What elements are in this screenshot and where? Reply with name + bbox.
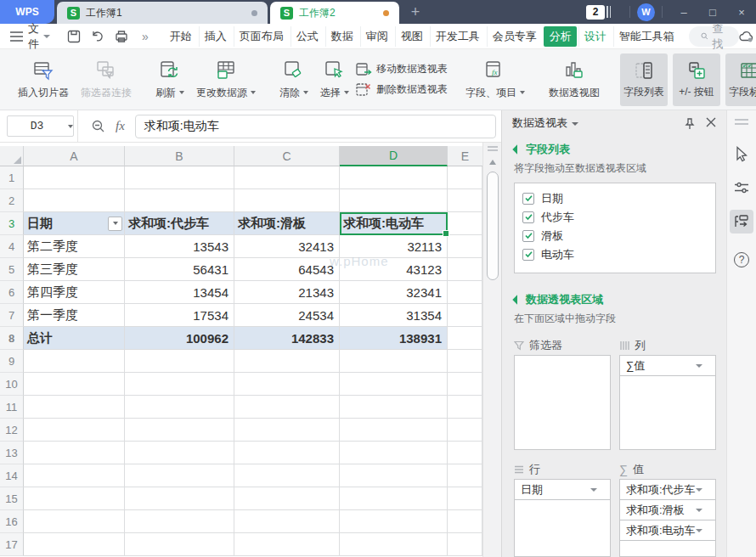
- change-data-source-button[interactable]: 更改数据源: [190, 58, 262, 102]
- rows-field-dropdown[interactable]: 日期: [514, 479, 611, 500]
- cell[interactable]: [125, 396, 234, 419]
- help-icon[interactable]: ?: [734, 252, 749, 267]
- pivot-chart-button[interactable]: 数据透视图: [543, 58, 606, 102]
- row-header[interactable]: 2: [0, 189, 24, 212]
- checkbox-checked-icon[interactable]: [522, 230, 534, 242]
- pivot-total-label[interactable]: 总计: [24, 327, 125, 350]
- cell[interactable]: [24, 396, 125, 419]
- cell[interactable]: [448, 350, 482, 373]
- areas-section-header[interactable]: 数据透视表区域: [502, 287, 726, 309]
- field-checkbox-row[interactable]: 电动车: [522, 245, 708, 264]
- filter-dropdown-button[interactable]: [108, 217, 122, 231]
- vertical-scrollbar[interactable]: [482, 143, 501, 557]
- checkbox-checked-icon[interactable]: [522, 211, 534, 223]
- cell[interactable]: [24, 533, 125, 556]
- cell[interactable]: [125, 442, 234, 464]
- menu-item-analyze[interactable]: 分析: [544, 26, 577, 47]
- search-input[interactable]: 查找: [689, 26, 739, 47]
- cell[interactable]: [24, 189, 125, 212]
- cell[interactable]: [24, 419, 125, 442]
- cell[interactable]: [340, 533, 448, 556]
- close-button[interactable]: ×: [727, 0, 756, 24]
- values-field-dropdown[interactable]: 求和项:电动车: [619, 520, 716, 541]
- cell[interactable]: [125, 350, 234, 373]
- user-avatar[interactable]: W: [637, 3, 655, 21]
- field-items-button[interactable]: fx 字段、项目: [460, 58, 531, 102]
- pivot-row-label[interactable]: 第三季度: [24, 258, 125, 281]
- cell[interactable]: [125, 419, 234, 442]
- pivot-value[interactable]: 31354: [340, 304, 448, 327]
- cell[interactable]: [24, 464, 125, 487]
- pivot-row-label[interactable]: 第一季度: [24, 304, 125, 327]
- cell[interactable]: [234, 510, 340, 533]
- values-field-dropdown[interactable]: 求和项:滑板: [619, 499, 716, 520]
- cell[interactable]: [234, 487, 340, 510]
- tab-workbook1[interactable]: S 工作簿1: [57, 2, 268, 24]
- cell[interactable]: [234, 533, 340, 556]
- rows-drop-area[interactable]: 日期: [514, 479, 611, 557]
- zoom-formula-icon[interactable]: [92, 120, 105, 133]
- row-header[interactable]: 15: [0, 487, 24, 510]
- cell[interactable]: [234, 350, 340, 373]
- row-header[interactable]: 14: [0, 464, 24, 487]
- pivot-value[interactable]: 21343: [234, 281, 340, 304]
- select-all-corner[interactable]: [0, 146, 24, 166]
- cell[interactable]: [340, 189, 448, 212]
- hamburger-icon[interactable]: [10, 31, 23, 42]
- print-icon[interactable]: [115, 30, 128, 43]
- cell[interactable]: [340, 464, 448, 487]
- close-panel-icon[interactable]: [706, 117, 716, 130]
- pivot-value[interactable]: 17534: [125, 304, 234, 327]
- refresh-button[interactable]: 刷新: [150, 58, 190, 102]
- menu-item-dev-tools[interactable]: 开发工具: [430, 26, 485, 47]
- pivot-value-header[interactable]: 求和项:滑板: [234, 212, 340, 235]
- cell[interactable]: [340, 487, 448, 510]
- cell[interactable]: [448, 373, 482, 396]
- scroll-up-arrow[interactable]: [489, 160, 496, 165]
- pointer-tool-icon[interactable]: [735, 146, 749, 162]
- filter-connections-button[interactable]: 筛选器连接: [75, 58, 138, 102]
- pivot-value[interactable]: 13543: [125, 235, 234, 258]
- row-header[interactable]: 17: [0, 533, 24, 556]
- cell[interactable]: [125, 373, 234, 396]
- cell[interactable]: [24, 166, 125, 189]
- column-header-e[interactable]: E: [448, 146, 482, 166]
- window-count-badge[interactable]: 2: [586, 0, 611, 24]
- menu-item-view[interactable]: 视图: [395, 26, 428, 47]
- pivot-row-field-cell[interactable]: 日期: [24, 212, 125, 235]
- values-field-dropdown[interactable]: 求和项:代步车: [619, 479, 716, 500]
- cell[interactable]: [125, 533, 234, 556]
- pivot-total-value[interactable]: 142833: [234, 327, 340, 350]
- cell[interactable]: [448, 487, 482, 510]
- insert-slicer-button[interactable]: 插入切片器: [12, 58, 75, 102]
- menu-item-smart-toolbox[interactable]: 智能工具箱: [613, 26, 680, 47]
- cell[interactable]: [234, 166, 340, 189]
- field-checkbox-row[interactable]: 滑板: [522, 227, 708, 245]
- cell[interactable]: [24, 442, 125, 464]
- cell[interactable]: [125, 189, 234, 212]
- row-header[interactable]: 16: [0, 510, 24, 533]
- row-header[interactable]: 8: [0, 327, 24, 350]
- cell[interactable]: [448, 189, 482, 212]
- row-header[interactable]: 9: [0, 350, 24, 373]
- checkbox-checked-icon[interactable]: [522, 249, 534, 261]
- column-header-c[interactable]: C: [234, 146, 340, 166]
- values-drop-area[interactable]: 求和项:代步车 求和项:滑板 求和项:电动车: [619, 479, 716, 557]
- field-list-toggle[interactable]: 字段列表: [620, 53, 668, 106]
- cell[interactable]: [234, 189, 340, 212]
- sliders-icon[interactable]: [734, 181, 749, 194]
- cell[interactable]: [24, 373, 125, 396]
- fields-section-header[interactable]: 字段列表: [502, 137, 726, 159]
- cell[interactable]: [340, 419, 448, 442]
- cell[interactable]: [340, 510, 448, 533]
- cell[interactable]: [234, 373, 340, 396]
- filters-drop-area[interactable]: [514, 355, 611, 450]
- menu-item-review[interactable]: 审阅: [360, 26, 393, 47]
- clear-button[interactable]: 清除: [274, 58, 314, 102]
- row-header[interactable]: 7: [0, 304, 24, 327]
- row-header[interactable]: 13: [0, 442, 24, 464]
- pivot-value-header-selected[interactable]: 求和项:电动车: [340, 212, 448, 235]
- cell[interactable]: [24, 510, 125, 533]
- cell[interactable]: [234, 419, 340, 442]
- cell[interactable]: [234, 396, 340, 419]
